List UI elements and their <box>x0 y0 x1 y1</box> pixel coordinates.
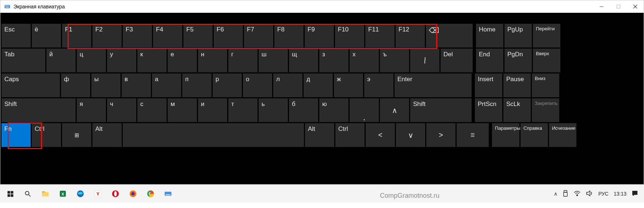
key-x[interactable]: ч <box>107 98 136 122</box>
key-f7[interactable]: F7 <box>244 24 273 48</box>
notifications-icon[interactable] <box>632 190 638 198</box>
key-move-down[interactable]: Вниз <box>532 73 559 97</box>
firefox-icon[interactable] <box>124 186 142 201</box>
clock[interactable]: 13:13 <box>614 191 626 197</box>
key-z[interactable]: я <box>77 98 106 122</box>
key-pause[interactable]: Pause <box>503 73 531 97</box>
key-win[interactable]: ⊞ <box>62 123 91 147</box>
key-r[interactable]: к <box>137 49 167 72</box>
key-slash[interactable]: . <box>350 98 379 122</box>
key-alt-r[interactable]: Alt <box>305 123 334 147</box>
key-backslash[interactable]: \ <box>410 49 439 72</box>
key-tab[interactable]: Tab <box>1 49 45 72</box>
key-arrow-up[interactable]: ∧ <box>380 98 409 122</box>
key-f3[interactable]: F3 <box>123 24 152 48</box>
search-button[interactable] <box>19 186 37 201</box>
key-b[interactable]: и <box>198 98 227 122</box>
key-f[interactable]: а <box>152 73 181 97</box>
speaker-icon[interactable] <box>586 190 593 198</box>
key-o[interactable]: щ <box>289 49 318 72</box>
key-h[interactable]: р <box>213 73 242 97</box>
key-comma[interactable]: б <box>289 98 318 122</box>
usb-icon[interactable] <box>563 190 568 198</box>
key-c[interactable]: с <box>137 98 167 122</box>
key-f4[interactable]: F4 <box>153 24 182 48</box>
key-prtscn[interactable]: PrtScn <box>475 98 502 122</box>
key-u[interactable]: г <box>228 49 258 72</box>
key-period[interactable]: ю <box>319 98 348 122</box>
key-f8[interactable]: F8 <box>274 24 304 48</box>
yandex-icon[interactable]: Y <box>89 186 107 201</box>
close-button[interactable] <box>627 0 644 13</box>
key-n[interactable]: т <box>228 98 258 122</box>
edge-icon[interactable] <box>72 186 89 201</box>
language-indicator[interactable]: РУС <box>598 191 609 197</box>
key-options[interactable]: Параметры <box>492 123 519 147</box>
key-pgup[interactable]: PgUp <box>504 24 532 48</box>
opera-icon[interactable] <box>107 186 124 201</box>
key-e[interactable]: у <box>107 49 136 72</box>
key-fade[interactable]: Исчезание <box>549 123 576 147</box>
key-y[interactable]: н <box>198 49 227 72</box>
key-arrow-right[interactable]: > <box>426 123 456 147</box>
explorer-icon[interactable] <box>37 186 54 201</box>
key-f1[interactable]: F1 <box>62 24 91 48</box>
key-j[interactable]: о <box>243 73 272 97</box>
key-arrow-left[interactable]: < <box>366 123 395 147</box>
key-esc[interactable]: Esc <box>1 24 31 48</box>
key-home[interactable]: Home <box>476 24 503 48</box>
key-f10[interactable]: F10 <box>335 24 364 48</box>
wifi-icon[interactable] <box>573 190 581 197</box>
key-m[interactable]: ь <box>259 98 288 122</box>
key-menu[interactable]: ☰ <box>457 123 489 147</box>
key-navigate[interactable]: Перейти <box>533 24 560 48</box>
key-f6[interactable]: F6 <box>214 24 243 48</box>
key-arrow-down[interactable]: ∨ <box>396 123 425 147</box>
key-ctrl-r[interactable]: Ctrl <box>335 123 365 147</box>
excel-icon[interactable]: X <box>54 186 72 201</box>
key-pgdn[interactable]: PgDn <box>504 49 532 72</box>
key-bracket-l[interactable]: х <box>350 49 379 72</box>
key-end[interactable]: End <box>476 49 503 72</box>
key-i[interactable]: ш <box>259 49 288 72</box>
key-g[interactable]: п <box>182 73 212 97</box>
key-insert[interactable]: Insert <box>475 73 502 97</box>
key-a[interactable]: ф <box>61 73 90 97</box>
key-backspace[interactable]: ⌫ <box>426 24 473 48</box>
key-q[interactable]: й <box>46 49 76 72</box>
key-t[interactable]: е <box>168 49 197 72</box>
key-sclk[interactable]: ScLk <box>503 98 531 122</box>
key-enter[interactable]: Enter <box>395 73 472 97</box>
key-caps[interactable]: Caps <box>1 73 60 97</box>
key-f5[interactable]: F5 <box>183 24 213 48</box>
key-ctrl-l[interactable]: Ctrl <box>32 123 61 147</box>
key-fn[interactable]: Fn <box>1 123 31 147</box>
key-shift-l[interactable]: Shift <box>1 98 76 122</box>
key-semicolon[interactable]: ж <box>334 73 363 97</box>
start-button[interactable] <box>1 186 19 201</box>
key-l[interactable]: д <box>304 73 333 97</box>
key-f12[interactable]: F12 <box>396 24 425 48</box>
key-yo[interactable]: ё <box>32 24 61 48</box>
chrome-icon[interactable] <box>142 186 159 201</box>
key-d[interactable]: в <box>122 73 151 97</box>
key-w[interactable]: ц <box>77 49 106 72</box>
key-del[interactable]: Del <box>441 49 473 72</box>
osk-icon[interactable] <box>159 186 177 201</box>
key-k[interactable]: л <box>273 73 302 97</box>
key-shift-r[interactable]: Shift <box>410 98 472 122</box>
maximize-button[interactable] <box>610 0 627 13</box>
key-quote[interactable]: э <box>364 73 393 97</box>
key-space[interactable] <box>123 123 304 147</box>
key-help[interactable]: Справка <box>521 123 548 147</box>
key-p[interactable]: з <box>319 49 348 72</box>
key-move-up[interactable]: Вверх <box>533 49 560 72</box>
key-f11[interactable]: F11 <box>365 24 395 48</box>
key-f9[interactable]: F9 <box>305 24 334 48</box>
minimize-button[interactable] <box>593 0 610 13</box>
key-dock[interactable]: Закрепить <box>532 98 559 122</box>
tray-expand-icon[interactable]: ∧ <box>554 191 557 197</box>
key-bracket-r[interactable]: ъ <box>380 49 409 72</box>
key-v[interactable]: м <box>168 98 197 122</box>
key-alt-l[interactable]: Alt <box>92 123 122 147</box>
